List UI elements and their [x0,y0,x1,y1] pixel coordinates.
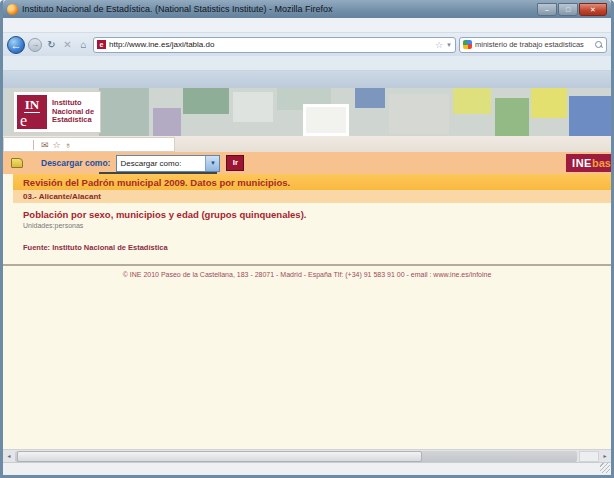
firefox-icon [7,4,18,15]
title-bar[interactable]: Instituto Nacional de Estadística. (Nati… [3,0,611,18]
close-button[interactable]: ✕ [579,3,607,16]
url-bar[interactable]: e http://www.ine.es/jaxi/tabla.do ☆ ▼ [93,37,456,53]
bookmark-star-icon[interactable]: ☆ [435,40,443,50]
scrollbar-track[interactable] [15,451,577,462]
scrollbar-thumb[interactable] [17,451,422,462]
google-icon [463,40,472,49]
table-title: Población por sexo, municipios y edad (g… [23,209,611,220]
divider [33,140,34,150]
download-format-dropdown-list [99,172,217,174]
minimize-button[interactable]: – [537,3,557,16]
page-heading-band: Revisión del Padrón municipal 2009. Dato… [13,174,611,190]
page-heading: Revisión del Padrón municipal 2009. Dato… [23,177,290,188]
download-format-select[interactable]: Descargar como: ▼ [116,155,220,172]
tab-bar [3,71,611,88]
site-favicon: e [97,40,106,49]
window-title: Instituto Nacional de Estadística. (Nati… [22,4,537,14]
download-disk-icon [11,158,23,168]
horizontal-scrollbar[interactable]: ◄ ► [3,449,611,462]
page-content: INe Instituto Nacional de Estadística ✉ … [3,88,611,449]
footer: © INE 2010 Paseo de la Castellana, 183 -… [3,271,611,278]
download-label: Descargar como: [41,158,110,168]
download-band: Descargar como: Descargar como: ▼ Ir INE… [3,152,611,174]
resize-grip[interactable] [600,463,610,473]
go-button[interactable]: Ir [226,155,244,171]
search-bar[interactable]: ministerio de trabajo estadisticas [459,37,607,53]
table-zone: Población por sexo, municipios y edad (g… [3,203,611,233]
ine-logo-mark: INe [17,95,47,129]
header-mosaic-image: INe Instituto Nacional de Estadística [3,88,611,136]
scroll-right-icon[interactable]: ► [599,453,611,459]
footer-address: © INE 2010 Paseo de la Castellana, 183 -… [3,271,611,278]
home-button[interactable]: ⌂ [77,39,90,50]
units-label: Unidades:personas [23,222,611,229]
font-size-controls: ✉ ☆ ♁ [3,137,175,152]
footer-divider [3,264,611,266]
search-input[interactable]: ministerio de trabajo estadisticas [475,40,592,49]
favourites-icon[interactable]: ☆ [53,140,61,150]
forward-button[interactable]: → [28,38,42,52]
scroll-left-icon[interactable]: ◄ [3,453,15,459]
url-text[interactable]: http://www.ine.es/jaxi/tabla.do [109,40,432,49]
site-toolbar: ✉ ☆ ♁ [3,136,611,152]
status-bar [3,462,611,474]
menu-bar [3,18,611,33]
province-subheading-band: 03.- Alicante/Alacant [13,190,611,203]
navigation-toolbar: ← → ↻ ✕ ⌂ e http://www.ine.es/jaxi/tabla… [3,33,611,56]
stop-button[interactable]: ✕ [61,39,74,50]
maximize-button[interactable]: □ [558,3,578,16]
inebase-logo[interactable]: INEbase [566,154,611,172]
ine-logo[interactable]: INe Instituto Nacional de Estadística [13,91,101,133]
ine-logo-text: Instituto Nacional de Estadística [52,99,94,125]
refresh-button[interactable]: ↻ [45,39,58,50]
sitemap-icon[interactable]: ♁ [65,140,72,150]
select-value: Descargar como: [117,159,205,168]
contact-icon[interactable]: ✉ [41,140,49,150]
select-arrow-icon[interactable]: ▼ [205,156,219,171]
url-dropdown-icon[interactable]: ▼ [446,42,452,48]
back-button[interactable]: ← [7,36,25,54]
province-subheading: 03.- Alicante/Alacant [23,192,101,201]
bookmarks-bar [3,56,611,71]
search-magnifier-icon[interactable] [595,41,603,49]
browser-window: Instituto Nacional de Estadística. (Nati… [0,0,614,478]
scrollbar-spacer [579,451,599,462]
source-note: Fuente: Instituto Nacional de Estadístic… [23,243,611,252]
